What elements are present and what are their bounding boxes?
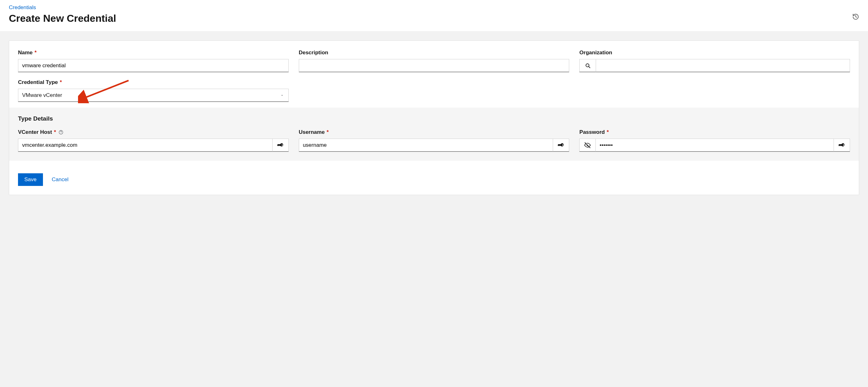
cancel-button[interactable]: Cancel — [52, 173, 68, 186]
credential-type-label-text: Credential Type — [18, 79, 58, 86]
svg-line-1 — [588, 66, 590, 68]
credential-type-field: Credential Type * VMware vCenter — [18, 79, 289, 102]
content-area: Name * Description Organization — [0, 32, 868, 204]
vcenter-host-field: VCenter Host * — [18, 129, 289, 152]
username-field: Username * — [299, 129, 569, 152]
password-key-button[interactable] — [834, 138, 850, 152]
chevron-down-icon — [280, 93, 284, 97]
organization-label: Organization — [579, 50, 850, 56]
credential-type-select[interactable]: VMware vCenter — [18, 89, 289, 102]
organization-lookup-button[interactable] — [579, 59, 596, 72]
required-marker: * — [607, 129, 609, 135]
search-icon — [585, 63, 591, 68]
password-visibility-toggle[interactable] — [579, 138, 596, 152]
form-card: Name * Description Organization — [9, 40, 859, 195]
description-input[interactable] — [299, 59, 569, 72]
description-label-text: Description — [299, 50, 329, 56]
history-icon[interactable] — [852, 13, 859, 20]
username-input[interactable] — [299, 138, 553, 152]
organization-label-text: Organization — [579, 50, 612, 56]
svg-point-4 — [61, 133, 61, 133]
form-footer: Save Cancel — [9, 161, 859, 195]
name-field: Name * — [18, 50, 289, 72]
required-marker: * — [34, 50, 37, 56]
key-icon — [839, 142, 845, 148]
organization-field: Organization — [579, 50, 850, 72]
vcenter-host-label: VCenter Host * — [18, 129, 289, 135]
key-icon — [558, 142, 564, 148]
username-key-button[interactable] — [553, 138, 569, 152]
help-icon[interactable] — [58, 130, 63, 135]
main-fields-section: Name * Description Organization — [9, 41, 859, 108]
type-details-title: Type Details — [18, 115, 850, 122]
save-button[interactable]: Save — [18, 173, 43, 186]
vcenter-host-input[interactable] — [18, 138, 272, 152]
breadcrumb-credentials-link[interactable]: Credentials — [9, 4, 36, 10]
username-label-text: Username — [299, 129, 325, 135]
required-marker: * — [54, 129, 56, 135]
breadcrumb: Credentials — [9, 4, 859, 11]
vcenter-host-key-button[interactable] — [272, 138, 289, 152]
required-marker: * — [327, 129, 329, 135]
required-marker: * — [60, 79, 62, 86]
vcenter-host-label-text: VCenter Host — [18, 129, 52, 135]
name-label-text: Name — [18, 50, 33, 56]
password-label-text: Password — [579, 129, 604, 135]
eye-off-icon — [584, 142, 591, 149]
name-input[interactable] — [18, 59, 289, 72]
password-label: Password * — [579, 129, 850, 135]
password-input[interactable] — [596, 138, 834, 152]
description-field: Description — [299, 50, 569, 72]
credential-type-value: VMware vCenter — [22, 92, 62, 98]
organization-input[interactable] — [596, 59, 850, 72]
description-label: Description — [299, 50, 569, 56]
type-details-section: Type Details VCenter Host * — [9, 108, 859, 161]
password-field: Password * — [579, 129, 850, 152]
page-title: Create New Credential — [9, 12, 859, 24]
credential-type-label: Credential Type * — [18, 79, 289, 86]
name-label: Name * — [18, 50, 289, 56]
key-icon — [277, 142, 284, 148]
username-label: Username * — [299, 129, 569, 135]
page-header: Credentials Create New Credential — [0, 0, 868, 32]
